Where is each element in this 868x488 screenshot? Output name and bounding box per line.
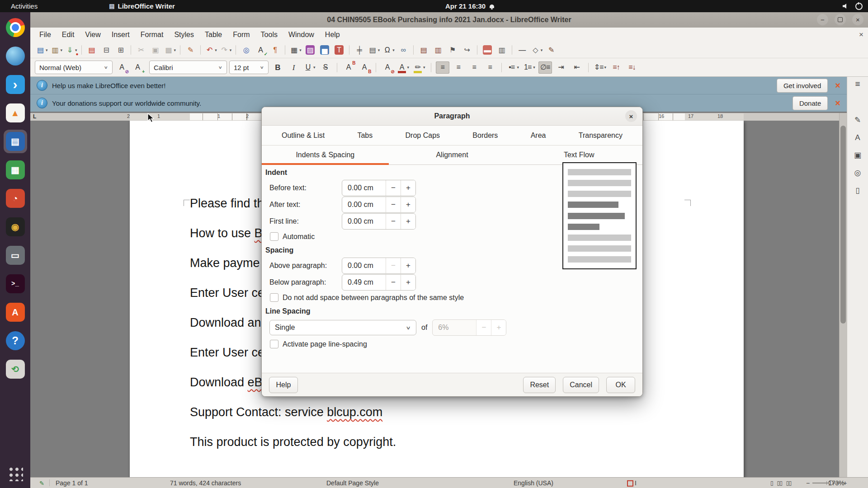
find-replace-button[interactable]: ◎: [239, 44, 253, 56]
dock-item-recycle[interactable]: ⟲: [4, 357, 27, 381]
page-style-status[interactable]: Default Page Style: [326, 479, 379, 487]
dialog-subtab[interactable]: Text Flow: [515, 145, 642, 164]
zoom-percent-status[interactable]: 173%: [828, 479, 844, 487]
infobar-close-icon[interactable]: ×: [835, 99, 840, 108]
navigator-icon[interactable]: ◎: [854, 169, 861, 177]
ok-button[interactable]: OK: [606, 377, 635, 393]
export-pdf-button[interactable]: ▤: [85, 44, 99, 56]
spin-decrease-button[interactable]: −: [386, 258, 401, 273]
gallery-icon[interactable]: ▣: [854, 151, 861, 159]
dialog-tab[interactable]: Borders: [472, 129, 499, 142]
dialog-close-button[interactable]: ×: [625, 110, 637, 122]
sidebar-settings-icon[interactable]: ≡: [855, 80, 860, 88]
paste-button[interactable]: ▩ ▾: [163, 44, 177, 56]
dock-item-terminal[interactable]: >_: [4, 272, 27, 296]
infobar-close-icon[interactable]: ×: [835, 81, 840, 90]
insert-comment-button[interactable]: ▬: [481, 44, 494, 56]
dock-item-impress[interactable]: ◔: [4, 187, 27, 210]
insert-field-button[interactable]: ▤ ▾: [367, 44, 381, 56]
spin-increase-button[interactable]: +: [401, 197, 415, 212]
dialog-tab[interactable]: Drop Caps: [405, 129, 441, 142]
donate-button[interactable]: Donate: [793, 96, 828, 110]
minimize-button[interactable]: −: [817, 14, 828, 25]
spin-input[interactable]: 0.00 cm: [342, 214, 386, 229]
close-window-button[interactable]: ×: [852, 14, 863, 25]
copy-button[interactable]: ▣: [149, 44, 162, 56]
language-status[interactable]: English (USA): [514, 479, 553, 487]
strikethrough-button[interactable]: S: [319, 61, 332, 74]
dock-item-app-grid[interactable]: [4, 462, 27, 485]
spin-input[interactable]: 0.00 cm: [342, 197, 386, 212]
update-style-button[interactable]: A ⊘: [115, 61, 128, 74]
insert-footnote-button[interactable]: ▤: [417, 44, 430, 56]
draw-functions-button[interactable]: ✎: [544, 44, 558, 56]
cut-button[interactable]: ✂: [134, 44, 148, 56]
font-name-combobox[interactable]: Calibri ∨: [149, 61, 227, 74]
insert-textbox-button[interactable]: T: [332, 44, 346, 56]
get-involved-button[interactable]: Get involved: [777, 79, 828, 93]
highlight-color-button[interactable]: ✏ ▾: [412, 61, 426, 74]
dock-item-ubuntu-software[interactable]: A: [4, 300, 27, 324]
menu-item[interactable]: View: [80, 29, 106, 41]
align-right-button[interactable]: ≡: [467, 61, 481, 74]
print-preview-button[interactable]: ⊞: [114, 44, 127, 56]
undo-button[interactable]: ↶ ▾: [204, 44, 218, 56]
menu-item[interactable]: Help: [320, 29, 345, 41]
no-list-button[interactable]: ∅≡: [538, 61, 552, 74]
spin-input[interactable]: 0.00 cm: [342, 180, 386, 196]
dialog-title-bar[interactable]: Paragraph ×: [262, 107, 642, 126]
line-spacing-dropdown[interactable]: Single ∨: [269, 320, 416, 335]
subscript-button[interactable]: A B: [358, 61, 371, 74]
spin-input[interactable]: 0.00 cm: [342, 258, 386, 273]
decrease-indent-button[interactable]: ⇤: [570, 61, 584, 74]
italic-button[interactable]: I: [287, 61, 300, 74]
insert-cross-reference-button[interactable]: ↪: [460, 44, 474, 56]
menu-item[interactable]: Form: [227, 29, 255, 41]
horizontal-line-button[interactable]: ―: [515, 44, 529, 56]
tab-stop-selector[interactable]: L: [33, 113, 36, 120]
dock-item-vscode[interactable]: ›: [4, 73, 27, 96]
track-changes-button[interactable]: ▥: [495, 44, 509, 56]
insert-bookmark-button[interactable]: ⚑: [446, 44, 459, 56]
insert-chart-button[interactable]: ▅: [318, 44, 331, 56]
book-view-button[interactable]: ▯▯: [786, 480, 791, 486]
insert-hyperlink-button[interactable]: ∞: [396, 44, 410, 56]
page-count-status[interactable]: Page 1 of 1: [56, 479, 88, 487]
insert-page-break-button[interactable]: ╪: [353, 44, 366, 56]
multi-page-view-button[interactable]: ▯▯: [777, 480, 782, 486]
dialog-subtab[interactable]: Indents & Spacing: [262, 145, 389, 164]
save-button[interactable]: ⇓ ● ▾: [64, 44, 78, 56]
menu-item[interactable]: Insert: [106, 29, 135, 41]
spin-increase-button[interactable]: +: [401, 258, 415, 273]
dock-item-calc[interactable]: ▦: [4, 158, 27, 182]
spin-decrease-button[interactable]: −: [386, 275, 401, 290]
reset-button[interactable]: Reset: [523, 377, 556, 393]
paragraph-style-combobox[interactable]: Normal (Web) ∨: [35, 61, 113, 74]
dialog-tab[interactable]: Outline & List: [281, 129, 326, 142]
menu-item[interactable]: Edit: [57, 29, 80, 41]
properties-icon[interactable]: ✎: [854, 116, 861, 124]
align-center-button[interactable]: ≡: [452, 61, 465, 74]
scrollbar-thumb[interactable]: [840, 126, 846, 324]
dialog-tab[interactable]: Tabs: [356, 129, 373, 142]
font-size-combobox[interactable]: 12 pt ∨: [229, 61, 269, 74]
vertical-scrollbar[interactable]: [839, 113, 847, 478]
menu-item[interactable]: Tools: [255, 29, 283, 41]
dialog-tab[interactable]: Area: [530, 129, 547, 142]
automatic-checkbox[interactable]: [270, 232, 278, 241]
superscript-button[interactable]: A B: [342, 61, 355, 74]
new-style-button[interactable]: A +: [131, 61, 144, 74]
underline-button[interactable]: U ▾: [302, 61, 316, 74]
spin-increase-button[interactable]: +: [401, 275, 415, 290]
basic-shapes-button[interactable]: ◇ ▾: [530, 44, 544, 56]
cancel-button[interactable]: Cancel: [563, 377, 599, 393]
menu-item[interactable]: Styles: [169, 29, 199, 41]
numbered-list-button[interactable]: 1≡ ▾: [522, 61, 536, 74]
insert-image-button[interactable]: ▨: [303, 44, 317, 56]
system-status-area[interactable]: [843, 3, 863, 10]
focused-app-indicator[interactable]: ▤ LibreOffice Writer: [109, 2, 175, 10]
menu-item[interactable]: File: [34, 29, 57, 41]
clone-formatting-button[interactable]: ✎: [184, 44, 197, 56]
spin-increase-button[interactable]: +: [401, 180, 415, 196]
page-icon[interactable]: ▯: [855, 187, 859, 194]
